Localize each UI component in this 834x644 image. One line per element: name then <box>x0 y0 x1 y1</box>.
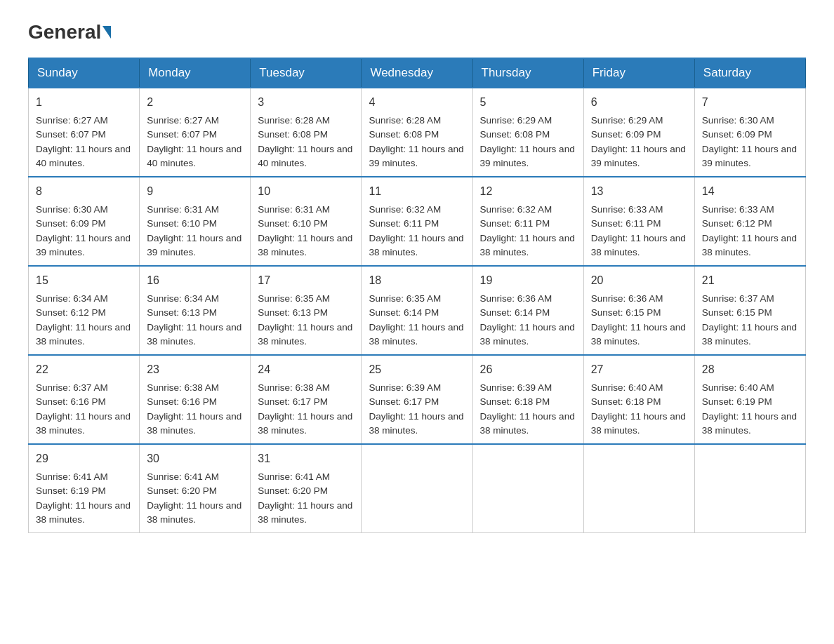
day-number: 22 <box>36 361 132 378</box>
calendar-cell: 22Sunrise: 6:37 AMSunset: 6:16 PMDayligh… <box>29 355 140 444</box>
day-number: 1 <box>36 94 132 111</box>
page-header: General <box>28 21 806 43</box>
day-number: 11 <box>369 183 465 200</box>
calendar-day-header: Monday <box>140 58 251 88</box>
day-number: 13 <box>591 183 687 200</box>
day-number: 15 <box>36 272 132 289</box>
calendar-cell: 16Sunrise: 6:34 AMSunset: 6:13 PMDayligh… <box>140 266 251 355</box>
day-number: 19 <box>480 272 576 289</box>
calendar-cell: 20Sunrise: 6:36 AMSunset: 6:15 PMDayligh… <box>583 266 694 355</box>
calendar-cell: 23Sunrise: 6:38 AMSunset: 6:16 PMDayligh… <box>140 355 251 444</box>
day-number: 25 <box>369 361 465 378</box>
calendar-cell: 24Sunrise: 6:38 AMSunset: 6:17 PMDayligh… <box>251 355 362 444</box>
calendar-cell: 10Sunrise: 6:31 AMSunset: 6:10 PMDayligh… <box>251 177 362 266</box>
calendar-cell: 9Sunrise: 6:31 AMSunset: 6:10 PMDaylight… <box>140 177 251 266</box>
calendar-cell: 28Sunrise: 6:40 AMSunset: 6:19 PMDayligh… <box>694 355 805 444</box>
calendar-cell: 29Sunrise: 6:41 AMSunset: 6:19 PMDayligh… <box>29 444 140 533</box>
calendar-cell: 6Sunrise: 6:29 AMSunset: 6:09 PMDaylight… <box>583 88 694 177</box>
calendar-cell <box>472 444 583 533</box>
calendar-cell: 18Sunrise: 6:35 AMSunset: 6:14 PMDayligh… <box>362 266 472 355</box>
calendar-cell: 14Sunrise: 6:33 AMSunset: 6:12 PMDayligh… <box>694 177 805 266</box>
calendar-cell: 7Sunrise: 6:30 AMSunset: 6:09 PMDaylight… <box>694 88 805 177</box>
calendar-cell <box>694 444 805 533</box>
day-number: 24 <box>258 361 354 378</box>
calendar-cell: 4Sunrise: 6:28 AMSunset: 6:08 PMDaylight… <box>362 88 472 177</box>
day-number: 20 <box>591 272 687 289</box>
calendar-day-header: Wednesday <box>362 58 472 88</box>
day-number: 17 <box>258 272 354 289</box>
day-number: 18 <box>369 272 465 289</box>
calendar-cell: 31Sunrise: 6:41 AMSunset: 6:20 PMDayligh… <box>251 444 362 533</box>
calendar-cell: 11Sunrise: 6:32 AMSunset: 6:11 PMDayligh… <box>362 177 472 266</box>
calendar-cell <box>583 444 694 533</box>
calendar-cell: 3Sunrise: 6:28 AMSunset: 6:08 PMDaylight… <box>251 88 362 177</box>
day-number: 31 <box>258 450 354 467</box>
calendar-week-row: 29Sunrise: 6:41 AMSunset: 6:19 PMDayligh… <box>29 444 806 533</box>
calendar-day-header: Friday <box>583 58 694 88</box>
calendar-cell: 2Sunrise: 6:27 AMSunset: 6:07 PMDaylight… <box>140 88 251 177</box>
logo: General <box>28 21 112 43</box>
calendar-cell: 5Sunrise: 6:29 AMSunset: 6:08 PMDaylight… <box>472 88 583 177</box>
day-number: 8 <box>36 183 132 200</box>
day-number: 16 <box>147 272 243 289</box>
day-number: 23 <box>147 361 243 378</box>
calendar-cell: 26Sunrise: 6:39 AMSunset: 6:18 PMDayligh… <box>472 355 583 444</box>
calendar-cell: 17Sunrise: 6:35 AMSunset: 6:13 PMDayligh… <box>251 266 362 355</box>
logo-arrow-icon <box>102 26 111 39</box>
calendar-week-row: 15Sunrise: 6:34 AMSunset: 6:12 PMDayligh… <box>29 266 806 355</box>
calendar-day-header: Thursday <box>472 58 583 88</box>
calendar-cell: 30Sunrise: 6:41 AMSunset: 6:20 PMDayligh… <box>140 444 251 533</box>
calendar-cell: 27Sunrise: 6:40 AMSunset: 6:18 PMDayligh… <box>583 355 694 444</box>
day-number: 12 <box>480 183 576 200</box>
calendar-week-row: 1Sunrise: 6:27 AMSunset: 6:07 PMDaylight… <box>29 88 806 177</box>
calendar-cell: 1Sunrise: 6:27 AMSunset: 6:07 PMDaylight… <box>29 88 140 177</box>
day-number: 30 <box>147 450 243 467</box>
calendar-day-header: Saturday <box>694 58 805 88</box>
calendar-table: SundayMondayTuesdayWednesdayThursdayFrid… <box>28 58 806 533</box>
logo-general: General <box>28 21 101 43</box>
day-number: 26 <box>480 361 576 378</box>
day-number: 29 <box>36 450 132 467</box>
day-number: 2 <box>147 94 243 111</box>
day-number: 21 <box>702 272 798 289</box>
calendar-cell: 21Sunrise: 6:37 AMSunset: 6:15 PMDayligh… <box>694 266 805 355</box>
calendar-cell <box>362 444 472 533</box>
calendar-cell: 15Sunrise: 6:34 AMSunset: 6:12 PMDayligh… <box>29 266 140 355</box>
day-number: 5 <box>480 94 576 111</box>
day-number: 7 <box>702 94 798 111</box>
calendar-day-header: Tuesday <box>251 58 362 88</box>
calendar-cell: 25Sunrise: 6:39 AMSunset: 6:17 PMDayligh… <box>362 355 472 444</box>
day-number: 3 <box>258 94 354 111</box>
calendar-week-row: 22Sunrise: 6:37 AMSunset: 6:16 PMDayligh… <box>29 355 806 444</box>
calendar-cell: 12Sunrise: 6:32 AMSunset: 6:11 PMDayligh… <box>472 177 583 266</box>
calendar-cell: 8Sunrise: 6:30 AMSunset: 6:09 PMDaylight… <box>29 177 140 266</box>
calendar-header-row: SundayMondayTuesdayWednesdayThursdayFrid… <box>29 58 806 88</box>
day-number: 28 <box>702 361 798 378</box>
day-number: 14 <box>702 183 798 200</box>
day-number: 4 <box>369 94 465 111</box>
day-number: 27 <box>591 361 687 378</box>
day-number: 6 <box>591 94 687 111</box>
calendar-day-header: Sunday <box>29 58 140 88</box>
day-number: 9 <box>147 183 243 200</box>
calendar-week-row: 8Sunrise: 6:30 AMSunset: 6:09 PMDaylight… <box>29 177 806 266</box>
calendar-cell: 19Sunrise: 6:36 AMSunset: 6:14 PMDayligh… <box>472 266 583 355</box>
calendar-cell: 13Sunrise: 6:33 AMSunset: 6:11 PMDayligh… <box>583 177 694 266</box>
day-number: 10 <box>258 183 354 200</box>
